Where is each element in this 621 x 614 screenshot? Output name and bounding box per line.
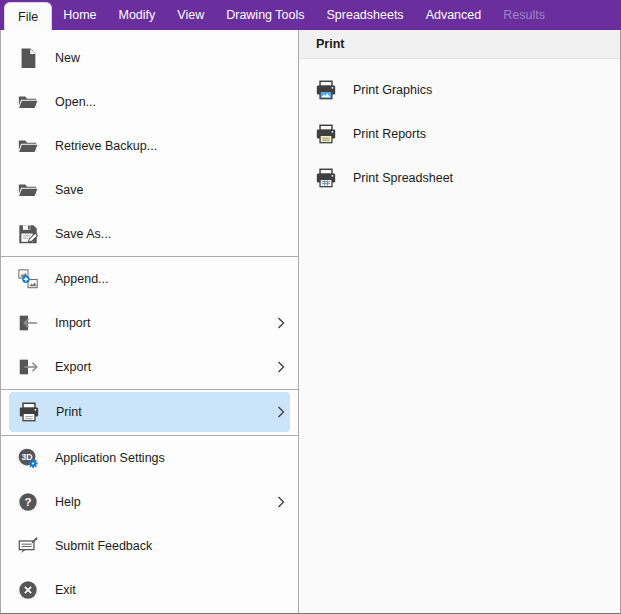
menu-item-label: Save [55, 183, 285, 197]
menu-item-label: Print [56, 405, 277, 419]
feedback-icon [17, 535, 39, 557]
chevron-right-icon [277, 317, 285, 329]
append-icon [17, 268, 39, 290]
menu-item-exit[interactable]: Exit [1, 568, 298, 612]
print-submenu-title: Print [299, 30, 620, 59]
menu-item-append[interactable]: Append... [1, 257, 298, 301]
tab-advanced[interactable]: Advanced [415, 0, 493, 30]
menu-item-help[interactable]: ? Help [1, 480, 298, 524]
menu-item-label: Print Reports [353, 127, 607, 141]
menu-item-application-settings[interactable]: 3D Application Settings [1, 436, 298, 480]
chevron-right-icon [277, 361, 285, 373]
menu-item-label: Exit [55, 583, 285, 597]
tab-modify[interactable]: Modify [108, 0, 167, 30]
menu-item-label: Print Graphics [353, 83, 607, 97]
tab-view[interactable]: View [166, 0, 215, 30]
new-document-icon [17, 47, 39, 69]
menu-item-label: Append... [55, 272, 285, 286]
print-spreadsheet-icon [315, 167, 337, 189]
menu-item-print-graphics[interactable]: Print Graphics [299, 68, 620, 112]
print-reports-icon [315, 123, 337, 145]
menu-item-label: Retrieve Backup... [55, 139, 285, 153]
menu-item-print[interactable]: Print [9, 392, 290, 432]
menu-item-submit-feedback[interactable]: Submit Feedback [1, 524, 298, 568]
menu-item-save-as[interactable]: Save As... [1, 212, 298, 256]
tab-home[interactable]: Home [52, 0, 107, 30]
menu-item-label: Print Spreadsheet [353, 171, 607, 185]
import-icon [17, 312, 39, 334]
open-folder-icon [17, 91, 39, 113]
tab-spreadsheets[interactable]: Spreadsheets [315, 0, 414, 30]
menu-item-print-spreadsheet[interactable]: Print Spreadsheet [299, 156, 620, 200]
menu-item-label: New [55, 51, 285, 65]
help-icon: ? [17, 491, 39, 513]
svg-text:?: ? [25, 496, 32, 508]
chevron-right-icon [277, 406, 285, 418]
chevron-right-icon [277, 496, 285, 508]
menu-item-retrieve-backup[interactable]: Retrieve Backup... [1, 124, 298, 168]
menu-separator [1, 389, 298, 390]
menu-item-new[interactable]: New [1, 36, 298, 80]
save-as-floppy-icon [17, 223, 39, 245]
menu-item-save[interactable]: Save [1, 168, 298, 212]
menu-item-label: Help [55, 495, 277, 509]
menu-item-import[interactable]: Import [1, 301, 298, 345]
export-icon [17, 356, 39, 378]
print-graphics-icon [315, 79, 337, 101]
printer-icon [18, 401, 40, 423]
tab-file[interactable]: File [4, 2, 52, 30]
menu-item-open[interactable]: Open... [1, 80, 298, 124]
file-menu-panel: New Open... Retrieve Backup... Save [0, 30, 299, 614]
print-submenu-panel: Print Print Graphics [299, 30, 621, 614]
menu-item-print-reports[interactable]: Print Reports [299, 112, 620, 156]
menu-item-label: Import [55, 316, 277, 330]
ribbon-tab-bar: File Home Modify View Drawing Tools Spre… [0, 0, 621, 30]
menu-item-label: Open... [55, 95, 285, 109]
menu-item-label: Save As... [55, 227, 285, 241]
app-settings-3d-gear-icon: 3D [17, 447, 39, 469]
tab-drawing-tools[interactable]: Drawing Tools [215, 0, 315, 30]
open-folder-icon [17, 179, 39, 201]
menu-item-label: Application Settings [55, 451, 285, 465]
menu-item-label: Export [55, 360, 277, 374]
open-folder-icon [17, 135, 39, 157]
exit-icon [17, 579, 39, 601]
menu-item-export[interactable]: Export [1, 345, 298, 389]
tab-results: Results [492, 0, 556, 30]
menu-item-label: Submit Feedback [55, 539, 285, 553]
